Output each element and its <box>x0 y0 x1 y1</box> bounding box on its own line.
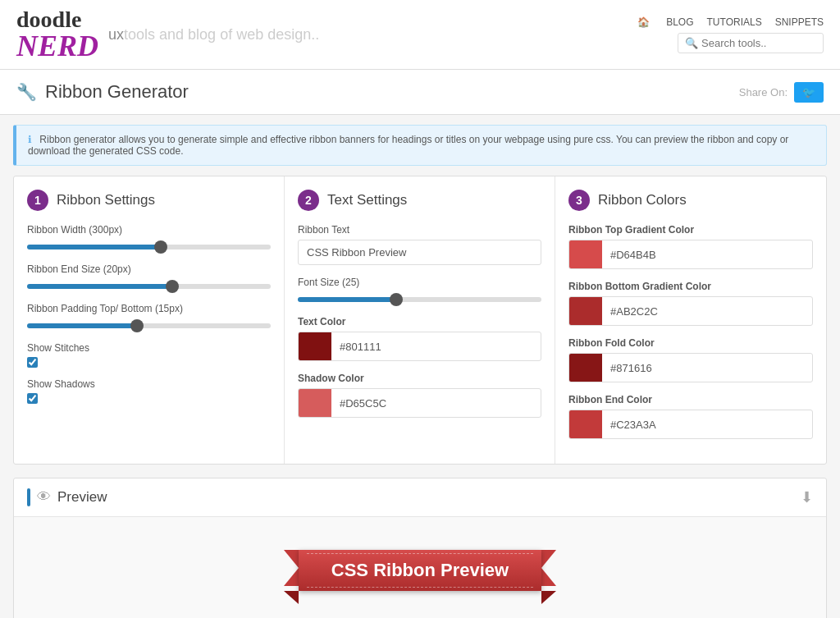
ribbon-padding-row: Ribbon Padding Top/ Bottom (15px) <box>27 303 271 331</box>
ribbon-fold-right <box>541 591 556 604</box>
fold-color-label: Ribbon Fold Color <box>568 337 813 349</box>
ribbon-text-label: Ribbon Text <box>298 224 541 236</box>
info-bar: ℹ Ribbon generator allows you to generat… <box>13 125 827 166</box>
main-content: 1 Ribbon Settings Ribbon Width (300px) R… <box>0 176 840 618</box>
bottom-gradient-row: Ribbon Bottom Gradient Color <box>568 281 813 326</box>
preview-header: 👁 Preview ⬇ <box>14 478 826 517</box>
end-color-swatch[interactable] <box>569 410 602 438</box>
ribbon-width-label: Ribbon Width (300px) <box>27 224 271 236</box>
text-settings-number: 2 <box>298 190 319 211</box>
fold-color-swatch[interactable] <box>569 354 602 382</box>
top-gradient-hex[interactable] <box>602 243 812 267</box>
nav-area: 🏠 BLOG TUTORIALS SNIPPETS 🔍 <box>637 16 824 53</box>
text-color-label: Text Color <box>298 316 541 327</box>
fold-color-row: Ribbon Fold Color <box>568 337 813 382</box>
shadow-color-row: Shadow Color <box>298 373 541 418</box>
ribbon-colors-number: 3 <box>568 190 590 211</box>
top-gradient-input <box>568 240 813 269</box>
text-settings-title: Text Settings <box>327 192 407 208</box>
ribbon-end-size-slider[interactable] <box>27 284 271 289</box>
eye-icon: 👁 <box>37 489 51 506</box>
tagline-rest: tools and blog of web design.. <box>124 26 319 43</box>
nav-tutorials[interactable]: TUTORIALS <box>707 16 762 28</box>
ribbon-settings-title: Ribbon Settings <box>57 192 155 208</box>
logo-top: doodle <box>16 7 81 32</box>
text-color-hex[interactable] <box>331 335 541 359</box>
ribbon-settings-col: 1 Ribbon Settings Ribbon Width (300px) R… <box>14 176 285 464</box>
shadow-color-label: Shadow Color <box>298 373 541 384</box>
share-label: Share On: <box>739 86 788 98</box>
bottom-gradient-input <box>568 296 813 326</box>
ribbon-end-left <box>284 550 299 586</box>
show-stitches-label: Show Stitches <box>27 342 271 354</box>
twitter-button[interactable]: 🐦 <box>794 82 824 103</box>
ribbon-padding-slider[interactable] <box>27 323 271 328</box>
text-color-swatch[interactable] <box>299 332 331 360</box>
ribbon-padding-label: Ribbon Padding Top/ Bottom (15px) <box>27 303 271 314</box>
search-icon: 🔍 <box>685 37 698 49</box>
font-size-label: Font Size (25) <box>298 277 541 288</box>
tagline-ux: ux <box>108 26 124 43</box>
search-bar: 🔍 <box>678 33 824 53</box>
text-settings-col: 2 Text Settings Ribbon Text Font Size (2… <box>285 176 555 464</box>
settings-grid: 1 Ribbon Settings Ribbon Width (300px) R… <box>13 176 827 465</box>
share-area: Share On: 🐦 <box>739 82 824 103</box>
download-icon[interactable]: ⬇ <box>801 488 813 506</box>
ribbon-colors-header: 3 Ribbon Colors <box>568 190 813 211</box>
ribbon-colors-title: Ribbon Colors <box>598 192 687 208</box>
ribbon-main: CSS Ribbon Preview <box>299 550 541 591</box>
ribbon-text-input[interactable] <box>298 240 541 265</box>
ribbon-container: CSS Ribbon Preview <box>299 550 541 591</box>
info-icon: ℹ <box>28 134 32 145</box>
show-shadows-label: Show Shadows <box>27 378 271 390</box>
nav-snippets[interactable]: SNIPPETS <box>775 16 824 28</box>
show-shadows-row: Show Shadows <box>27 378 271 406</box>
wrench-icon: 🔧 <box>16 82 37 102</box>
preview-title: 👁 Preview <box>27 488 107 506</box>
ribbon-end-size-label: Ribbon End Size (20px) <box>27 263 271 275</box>
home-icon: 🏠 <box>637 16 650 28</box>
top-gradient-label: Ribbon Top Gradient Color <box>568 224 813 236</box>
logo: doodle NERD <box>16 8 98 61</box>
preview-bar <box>27 488 30 506</box>
bottom-gradient-swatch[interactable] <box>569 297 602 325</box>
top-gradient-swatch[interactable] <box>569 240 602 268</box>
font-size-slider[interactable] <box>298 297 541 302</box>
end-color-hex[interactable] <box>602 413 812 437</box>
top-gradient-row: Ribbon Top Gradient Color <box>568 224 813 269</box>
ribbon-width-slider[interactable] <box>27 245 271 249</box>
preview-body: CSS Ribbon Preview <box>14 517 826 618</box>
ribbon-end-right <box>541 550 556 586</box>
bottom-gradient-hex[interactable] <box>602 300 812 323</box>
show-stitches-checkbox[interactable] <box>27 357 38 368</box>
text-color-row: Text Color <box>298 316 541 361</box>
fold-color-input <box>568 353 813 382</box>
ribbon-colors-col: 3 Ribbon Colors Ribbon Top Gradient Colo… <box>555 176 826 464</box>
search-input[interactable] <box>701 37 816 49</box>
font-size-row: Font Size (25) <box>298 277 541 304</box>
ribbon-text: CSS Ribbon Preview <box>331 560 509 580</box>
ribbon-width-row: Ribbon Width (300px) <box>27 224 271 252</box>
show-shadows-checkbox[interactable] <box>27 393 38 404</box>
ribbon-fold-left <box>284 591 299 604</box>
shadow-color-swatch[interactable] <box>299 389 331 417</box>
tagline: uxtools and blog of web design.. <box>108 26 319 43</box>
logo-nerd: NERD <box>16 31 98 61</box>
ribbon-settings-number: 1 <box>27 190 48 211</box>
end-color-row: Ribbon End Color <box>568 394 813 439</box>
logo-area: doodle NERD uxtools and blog of web desi… <box>16 8 319 61</box>
header: doodle NERD uxtools and blog of web desi… <box>0 0 840 70</box>
end-color-input <box>568 410 813 439</box>
stitch-top <box>307 553 533 554</box>
page-title-bar: 🔧 Ribbon Generator Share On: 🐦 <box>0 70 840 115</box>
preview-section: 👁 Preview ⬇ CSS Ribbon Preview <box>13 478 827 618</box>
preview-title-text: Preview <box>57 489 107 506</box>
text-color-input <box>298 332 541 361</box>
fold-color-hex[interactable] <box>602 356 812 380</box>
stitch-bottom <box>307 587 533 588</box>
shadow-color-input <box>298 388 541 418</box>
page-title: 🔧 Ribbon Generator <box>16 81 189 103</box>
text-settings-header: 2 Text Settings <box>298 190 541 211</box>
shadow-color-hex[interactable] <box>331 391 541 415</box>
nav-blog[interactable]: BLOG <box>666 16 693 28</box>
